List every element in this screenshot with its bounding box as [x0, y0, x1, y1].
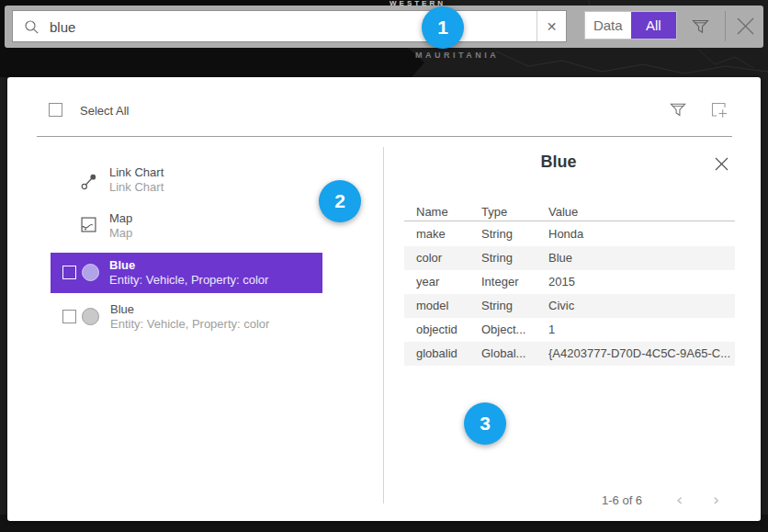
- cell-type: String: [481, 294, 513, 318]
- table-row: year Integer 2015: [404, 270, 735, 294]
- column-header-value: Value: [548, 200, 732, 221]
- result-item-title[interactable]: Link Chart: [109, 165, 164, 179]
- table-row: objectid Object... 1: [404, 318, 735, 342]
- cell-value: Civic: [548, 294, 732, 318]
- point-symbol-icon: [82, 264, 99, 281]
- pagination-range: 1-6 of 6: [602, 493, 642, 507]
- cell-name: make: [416, 222, 446, 246]
- cell-value: {A4203777-D70D-4C5C-9A65-C...: [548, 342, 732, 366]
- cell-type: Object...: [481, 318, 525, 342]
- point-symbol-icon: [82, 308, 99, 325]
- pagination-next-icon[interactable]: ›: [713, 492, 719, 507]
- result-item-subtitle: Entity: Vehicle, Property: color: [110, 317, 269, 331]
- search-toolbar: blue ✕ Data All: [5, 6, 763, 48]
- table-header-divider: [404, 221, 735, 221]
- panel-filter-icon[interactable]: [669, 101, 687, 119]
- item-checkbox[interactable]: [62, 310, 76, 323]
- cell-value: Blue: [548, 246, 732, 270]
- cell-type: String: [481, 246, 513, 270]
- result-item-title: Blue: [109, 258, 135, 272]
- cell-type: Integer: [481, 270, 518, 294]
- map-label-mauritania: MAURITANIA: [415, 51, 499, 60]
- table-row: model String Civic: [404, 294, 735, 318]
- select-all-label: Select All: [80, 104, 129, 118]
- cell-name: color: [416, 246, 442, 270]
- result-item-subtitle: Entity: Vehicle, Property: color: [109, 273, 268, 287]
- details-close-icon[interactable]: [714, 156, 729, 172]
- callout-badge-2: 2: [319, 180, 361, 222]
- link-chart-icon: [80, 173, 98, 191]
- cell-name: year: [416, 270, 439, 294]
- cell-value: 2015: [548, 270, 732, 294]
- callout-badge-3: 3: [464, 402, 506, 445]
- panel-vertical-divider: [383, 147, 384, 504]
- callout-badge-1: 1: [422, 6, 464, 49]
- result-item-subtitle: Link Chart: [109, 180, 164, 194]
- column-header-type: Type: [481, 200, 507, 221]
- pagination-prev-icon[interactable]: ‹: [676, 492, 683, 507]
- item-checkbox[interactable]: [62, 266, 76, 279]
- cell-type: Global...: [481, 342, 525, 366]
- search-results-panel: Select All Link Chart Link Chart Map Ma: [7, 77, 761, 521]
- cell-value: 1: [548, 318, 732, 342]
- result-item-selected[interactable]: Blue Entity: Vehicle, Property: color: [51, 253, 322, 293]
- table-row: globalid Global... {A4203777-D70D-4C5C-9…: [404, 342, 735, 366]
- table-row: make String Honda: [404, 222, 735, 246]
- cell-name: model: [416, 294, 448, 318]
- result-item-title[interactable]: Map: [109, 211, 132, 225]
- cell-name: objectid: [416, 318, 457, 342]
- cell-value: Honda: [548, 222, 732, 246]
- scope-toggle: Data All: [584, 11, 677, 40]
- search-icon: [24, 19, 40, 35]
- panel-header-divider: [37, 136, 732, 137]
- cell-name: globalid: [416, 342, 457, 366]
- search-query-text: blue: [50, 19, 75, 35]
- scope-data-button[interactable]: Data: [585, 12, 631, 39]
- toolbar-divider: [725, 11, 726, 41]
- scope-all-button[interactable]: All: [631, 12, 677, 39]
- search-input[interactable]: blue ✕: [12, 10, 567, 42]
- close-search-icon[interactable]: [735, 16, 756, 37]
- result-item-subtitle: Map: [109, 226, 132, 240]
- result-item-title[interactable]: Blue: [110, 302, 134, 316]
- table-row: color String Blue: [404, 246, 735, 270]
- cell-type: String: [481, 222, 513, 246]
- select-all-checkbox[interactable]: [49, 103, 62, 117]
- filter-icon[interactable]: [691, 17, 710, 37]
- map-icon: [81, 217, 96, 232]
- column-header-name: Name: [416, 200, 448, 221]
- clear-search-button[interactable]: ✕: [536, 11, 566, 41]
- details-title: Blue: [384, 153, 733, 172]
- add-selection-icon[interactable]: [710, 101, 728, 119]
